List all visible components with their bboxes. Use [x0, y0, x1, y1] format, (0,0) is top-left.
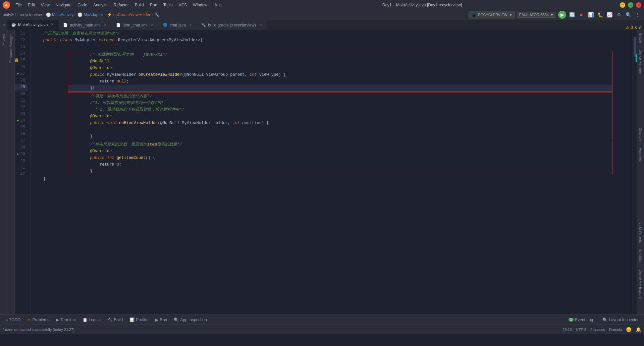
more-button[interactable]: ⋮: [634, 11, 641, 18]
resource-manager-label[interactable]: Resource Manager: [8, 33, 13, 64]
todo-tab[interactable]: ≡ TODO: [3, 316, 23, 323]
code-editor[interactable]: /*泛型的使用，负责将布局文件复制n次*/ public class MyAda…: [31, 30, 633, 314]
project-panel-toggle[interactable]: ◁: [0, 19, 7, 30]
line-42: 42: [15, 171, 28, 178]
settings-button[interactable]: ⚙: [615, 11, 623, 18]
line-39: ▶39: [15, 151, 28, 158]
menu-run[interactable]: Run: [147, 2, 160, 8]
theme[interactable]: Darcula: [609, 328, 622, 332]
logcat-tab[interactable]: 📋 Logcat: [80, 316, 104, 323]
code-line-22: public class MyAdapter extends RecyclerV…: [31, 37, 633, 44]
line-28: 28: [15, 77, 28, 84]
tab-item-chat[interactable]: 📄 item_chat.xml ✕: [112, 20, 159, 30]
tab-bar-right: ⚠ 3 ∧ ∨: [626, 25, 644, 30]
menu-code[interactable]: Code: [75, 2, 90, 8]
indent[interactable]: 4 spaces: [590, 328, 605, 332]
menu-refactor[interactable]: Refactor: [111, 2, 131, 8]
device-selector-recyclerview[interactable]: 📱 RECYCLERVIEW ▼: [469, 11, 515, 18]
menu-window[interactable]: Window: [190, 2, 210, 8]
problems-tab[interactable]: ⚠ Problems: [24, 316, 52, 323]
profiler-icon: 📊: [129, 318, 135, 322]
project-label[interactable]: Project: [1, 33, 6, 46]
window-title: Day1 – MainActivity.java [Day1.recyclerv…: [225, 3, 619, 7]
run-tab[interactable]: ▶ Run: [153, 316, 170, 323]
device-file-explorer-label[interactable]: Device File Explorer: [639, 270, 642, 299]
maximize-button[interactable]: □: [628, 2, 633, 8]
code-line-24: /* 加载并返回布局文件 java→xml*/: [68, 51, 612, 58]
menu-help[interactable]: Help: [211, 2, 224, 8]
coverage-button[interactable]: 📊: [587, 11, 594, 18]
build-variants-label[interactable]: Build Variants: [639, 222, 642, 243]
menu-analyze[interactable]: Analyze: [91, 2, 110, 8]
method-box-onbind: /*填充，修改布局里的控件内容*/ /*1. 可以将数据提前填充到一个数组中 *…: [31, 93, 633, 140]
line-34: ▶34: [15, 117, 28, 124]
profiler-tab[interactable]: 📊 Profiler: [127, 316, 151, 323]
emulator-label[interactable]: Emulator: [639, 249, 642, 263]
code-line-34: public void onBindViewHolder(@NonNull My…: [68, 120, 612, 126]
code-line-37: /*将布局复制的次数，返回值为item显示的数量*/: [68, 141, 612, 148]
tab-build-gradle[interactable]: 🔧 build.gradle (:recyclerview) ✕: [197, 20, 267, 30]
breadcrumb-class2[interactable]: ⚪ MyAdapter: [77, 12, 103, 17]
line-27: ▶27: [15, 70, 28, 77]
line-31: 31: [15, 97, 28, 104]
minimize-button[interactable]: ─: [620, 2, 625, 8]
search-button[interactable]: 🔍: [625, 11, 632, 18]
scrollbar[interactable]: [633, 30, 637, 314]
menu-navigate[interactable]: Navigate: [53, 2, 74, 8]
status-bar: * daemon started successfully (today 21:…: [0, 325, 644, 334]
line-38: 38: [15, 144, 28, 151]
encoding[interactable]: UTF-8: [576, 328, 586, 332]
code-line-25: @NonNull: [68, 58, 612, 65]
layout-inspector-tab[interactable]: 🔍 Layout Inspector: [600, 316, 641, 323]
breadcrumb-method[interactable]: ⚡ onCreateViewHolder: [107, 12, 150, 17]
device-selector-emulator[interactable]: EMULATOR-5554 ▼: [517, 12, 556, 18]
run-button[interactable]: ▶: [558, 11, 566, 19]
stop-button[interactable]: ■: [578, 11, 585, 18]
warning-indicator[interactable]: ⚠ 3 ∧ ∨: [626, 25, 641, 30]
main-layout: Project Resource Manager 21 22 23 24 🔒25…: [0, 30, 644, 314]
breadcrumb-icon: 🔧: [154, 12, 159, 17]
editor-area: 21 22 23 24 🔒25 26 ▶27 28 29 30 31 32 33…: [15, 30, 637, 314]
profile-button[interactable]: 📈: [606, 11, 613, 18]
gradle-label[interactable]: Gradle: [639, 33, 642, 43]
breadcrumb-class[interactable]: ⚪ MainActivity: [46, 12, 73, 17]
device-manager-label[interactable]: Device Manager: [639, 50, 642, 74]
menu-vcs[interactable]: VCS: [176, 2, 190, 8]
code-line-21: /*泛型的使用，负责将布局文件复制n次*/: [31, 30, 633, 37]
line-25: 🔒25: [15, 57, 28, 64]
status-right: 29:10 UTF-8 4 spaces Darcula 😊 🔔: [562, 327, 641, 332]
build-tab[interactable]: 🔨 Build: [105, 316, 126, 323]
menu-view[interactable]: View: [38, 2, 52, 8]
right-sidebar-bottom: Build Variants Emulator Device File Expl…: [637, 220, 644, 314]
app-inspection-tab[interactable]: 🔍 App Inspection: [171, 316, 209, 323]
sync-button[interactable]: 🔄: [568, 11, 576, 18]
event-log-tab[interactable]: 1 Event Log: [566, 316, 596, 323]
tab-icon-chat: 🔵: [163, 23, 168, 27]
tab-close-activity-main[interactable]: ✕: [103, 22, 108, 27]
tab-close-gradle[interactable]: ✕: [258, 22, 263, 27]
breadcrumb-project[interactable]: unity3d: [3, 12, 16, 17]
breadcrumb-module[interactable]: recyclerview: [20, 12, 42, 17]
tab-close-chat[interactable]: ✕: [188, 22, 193, 27]
close-button[interactable]: ✕: [636, 2, 641, 8]
tab-close-item-chat[interactable]: ✕: [150, 22, 155, 27]
terminal-tab[interactable]: ▶ Terminal: [53, 316, 78, 323]
bottom-toolbar: ≡ TODO ⚠ Problems ▶ Terminal 📋 Logcat 🔨 …: [0, 314, 644, 325]
line-32: 32: [15, 104, 28, 111]
code-line-41: }: [68, 168, 612, 175]
tab-activity-main[interactable]: 📄 activity_main.xml ✕: [59, 20, 112, 30]
menu-build[interactable]: Build: [132, 2, 147, 8]
code-line-32: * 2. 通过数组的下标获取到值，填充到控件中*/: [68, 106, 612, 113]
menu-tools[interactable]: Tools: [161, 2, 175, 8]
menu-edit[interactable]: Edit: [25, 2, 38, 8]
line-24: 24: [15, 50, 28, 57]
app-inspection-icon: 🔍: [174, 318, 179, 322]
menu-file[interactable]: File: [13, 2, 24, 8]
favorites-label[interactable]: Favorites: [639, 148, 642, 162]
tab-mainactivity[interactable]: ☕ MainActivity.java ✕: [7, 20, 59, 30]
structure-label[interactable]: Structure: [639, 128, 642, 141]
tab-chat-java[interactable]: 🔵 chat.java ✕: [159, 20, 197, 30]
tab-close-mainactivity[interactable]: ✕: [50, 22, 55, 27]
debug-button[interactable]: 🐛: [596, 11, 604, 18]
code-line-26: @Override: [68, 65, 612, 71]
